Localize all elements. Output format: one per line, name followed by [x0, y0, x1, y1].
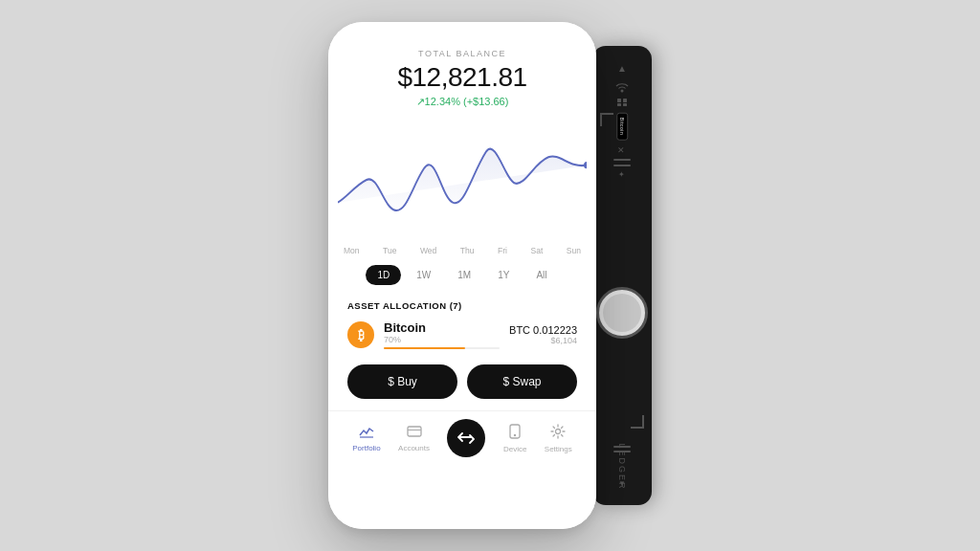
swap-button[interactable]: $ Swap: [467, 364, 577, 399]
ledger-logo: LEDGER: [617, 443, 627, 490]
change-percent: ↗12.34%: [416, 96, 460, 107]
svg-rect-11: [623, 103, 627, 106]
svg-point-5: [514, 433, 516, 435]
nav-settings[interactable]: Settings: [545, 424, 572, 453]
ledger-wifi-icon: [615, 83, 629, 93]
nav-accounts-label: Accounts: [398, 444, 430, 452]
ledger-mini-screen: Bitcoin: [616, 113, 628, 141]
time-wed: Wed: [420, 246, 436, 255]
svg-point-0: [584, 162, 587, 168]
ledger-corner-br: [631, 415, 644, 429]
svg-point-7: [620, 90, 623, 93]
period-selector: 1D 1W 1M 1Y All: [328, 257, 596, 293]
nav-portfolio[interactable]: Portfolio: [352, 425, 380, 452]
phone-screen: TOTAL BALANCE $12,821.81 ↗12.34% (+$13.6…: [328, 22, 596, 529]
bottom-nav: Portfolio Accounts Device: [328, 410, 596, 471]
change-value: (+$13.66): [463, 96, 508, 107]
bitcoin-btc-amount: BTC 0.012223: [509, 324, 577, 336]
bitcoin-usd-value: $6,104: [509, 336, 577, 345]
nav-portfolio-label: Portfolio: [352, 444, 380, 452]
portfolio-icon: [359, 425, 374, 442]
ledger-line2: [613, 165, 631, 166]
balance-change: ↗12.34% (+$13.66): [347, 96, 577, 108]
accounts-icon: [407, 425, 422, 442]
ledger-up-arrow: ▲: [617, 63, 627, 74]
asset-allocation-title: ASSET ALLOCATION (7): [347, 300, 577, 311]
asset-item-bitcoin: ₿ Bitcoin 70% BTC 0.012223 $6,104: [347, 320, 577, 349]
period-1d[interactable]: 1D: [366, 265, 401, 285]
balance-amount: $12,821.81: [347, 62, 577, 93]
total-balance-label: TOTAL BALANCE: [347, 49, 577, 58]
nav-device[interactable]: Device: [503, 424, 526, 453]
svg-rect-2: [408, 427, 421, 436]
time-thu: Thu: [460, 246, 475, 255]
ledger-line1: [613, 159, 631, 161]
ledger-button-inner: [603, 294, 641, 332]
time-sun: Sun: [567, 246, 581, 255]
bitcoin-right: BTC 0.012223 $6,104: [509, 324, 577, 345]
phone: TOTAL BALANCE $12,821.81 ↗12.34% (+$13.6…: [328, 22, 596, 529]
bitcoin-percent: 70%: [384, 335, 500, 344]
asset-section: ASSET ALLOCATION (7) ₿ Bitcoin 70% BTC 0…: [328, 293, 596, 353]
action-buttons: $ Buy $ Swap: [328, 353, 596, 410]
scene: TOTAL BALANCE $12,821.81 ↗12.34% (+$13.6…: [328, 22, 652, 529]
bitcoin-info: Bitcoin 70%: [384, 320, 500, 349]
bitcoin-bar-fill: [384, 347, 465, 349]
nav-accounts[interactable]: Accounts: [398, 425, 430, 452]
bitcoin-icon: ₿: [347, 321, 374, 348]
chart-area: [328, 118, 596, 242]
buy-button[interactable]: $ Buy: [347, 364, 457, 399]
svg-rect-9: [623, 99, 627, 102]
period-1m[interactable]: 1M: [446, 265, 482, 285]
bitcoin-name: Bitcoin: [384, 320, 500, 335]
ledger-x-label: ✕: [617, 145, 626, 155]
settings-icon: [550, 424, 566, 443]
period-1w[interactable]: 1W: [405, 265, 442, 285]
nav-center-transfer[interactable]: [447, 419, 485, 457]
ledger-corner-tl: [600, 113, 613, 126]
period-1y[interactable]: 1Y: [486, 265, 521, 285]
price-chart: [338, 118, 587, 242]
nav-device-label: Device: [503, 445, 526, 453]
ledger-button[interactable]: [596, 287, 648, 339]
swap-label: $ Swap: [502, 375, 541, 388]
bitcoin-bar: [384, 347, 500, 349]
svg-rect-10: [617, 103, 621, 106]
ledger-bottom: LEDGER ▼: [598, 446, 645, 488]
time-mon: Mon: [344, 246, 360, 255]
time-tue: Tue: [383, 246, 396, 255]
svg-rect-8: [617, 99, 621, 102]
ledger-hash: ✦: [618, 170, 625, 179]
ledger-device: ▲ Bitcoin ✕ ✦ LEDGER ▼: [592, 46, 652, 505]
svg-point-6: [556, 429, 561, 433]
ledger-grid-icon: [616, 98, 628, 107]
time-fri: Fri: [498, 246, 507, 255]
time-sat: Sat: [531, 246, 544, 255]
balance-section: TOTAL BALANCE $12,821.81 ↗12.34% (+$13.6…: [328, 22, 596, 118]
device-icon: [508, 424, 522, 443]
nav-settings-label: Settings: [545, 445, 572, 453]
buy-label: $ Buy: [388, 375, 417, 388]
time-labels: Mon Tue Wed Thu Fri Sat Sun: [328, 244, 596, 257]
period-all[interactable]: All: [524, 265, 558, 285]
